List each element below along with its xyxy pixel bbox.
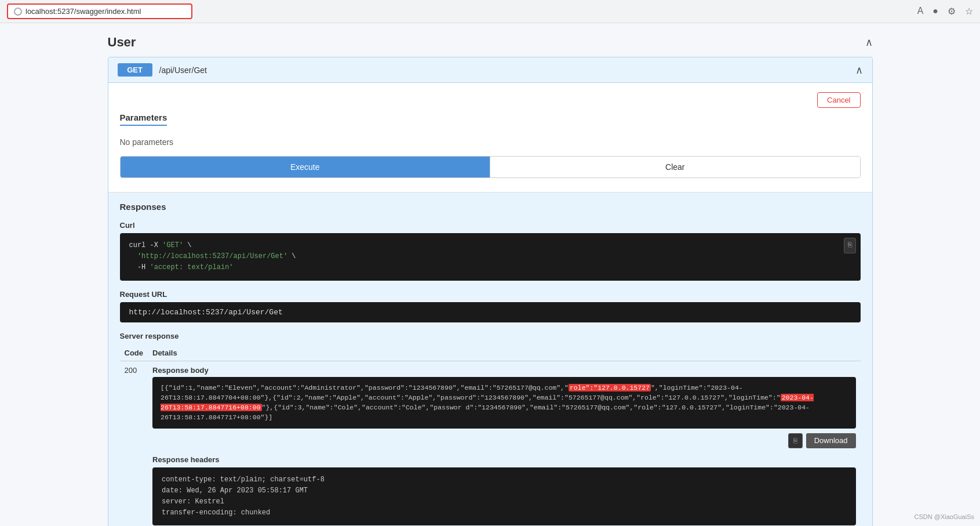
table-row: 200 Response body [{"id":1,"name":"Eleve… <box>120 361 861 526</box>
parameters-section: Cancel Parameters No parameters Execute … <box>108 83 872 193</box>
page-content: User ∧ GET /api/User/Get ∧ Cancel Parame… <box>85 23 896 526</box>
params-cancel-row: Cancel <box>120 92 861 108</box>
response-copy-button[interactable]: ⎘ <box>788 433 803 448</box>
response-body-pre: [{"id":1,"name":"Eleven","account":"Admi… <box>161 384 814 422</box>
browser-chrome: localhost:5237/swagger/index.html A ● ⚙ … <box>0 0 980 23</box>
response-body-label: Response body <box>152 366 856 375</box>
settings-icon[interactable]: ⚙ <box>948 6 956 17</box>
curl-copy-icon[interactable]: ⎘ <box>844 238 856 253</box>
endpoint-header[interactable]: GET /api/User/Get ∧ <box>108 57 872 83</box>
execute-button[interactable]: Execute <box>121 157 490 177</box>
response-headers-block: content-type: text/plain; charset=utf-8 … <box>152 467 856 526</box>
address-icon <box>14 8 22 16</box>
params-title: Parameters <box>120 113 167 126</box>
request-url-text: http://localhost:5237/api/User/Get <box>129 308 283 317</box>
request-url-label: Request URL <box>120 290 861 299</box>
address-text: localhost:5237/swagger/index.html <box>25 7 141 16</box>
collapse-icon[interactable]: ∧ <box>865 36 873 49</box>
browser-icons: A ● ⚙ ☆ <box>917 6 973 17</box>
details-cell: Response body [{"id":1,"name":"Eleven","… <box>148 361 861 526</box>
clear-button[interactable]: Clear <box>490 157 860 177</box>
response-body-actions: ⎘ Download <box>152 433 856 448</box>
server-response-label: Server response <box>120 332 861 340</box>
code-header: Code <box>120 345 148 361</box>
user-section-header: User ∧ <box>108 35 873 50</box>
details-header: Details <box>148 345 861 361</box>
curl-label: Curl <box>120 221 861 230</box>
download-button[interactable]: Download <box>806 433 856 448</box>
favorites-icon[interactable]: ☆ <box>965 6 973 17</box>
response-headers-label: Response headers <box>152 455 856 464</box>
translate-icon[interactable]: A <box>917 6 924 17</box>
endpoint-path: /api/User/Get <box>159 66 207 75</box>
response-table: Code Details 200 Response body [{"id":1,… <box>120 345 861 526</box>
curl-code: curl -X 'GET' \ 'http://localhost:5237/a… <box>129 241 296 271</box>
watermark: CSDN @XiaoGuaiSs <box>915 513 974 520</box>
response-code: 200 <box>120 361 148 526</box>
responses-title: Responses <box>120 202 861 212</box>
curl-block: curl -X 'GET' \ 'http://localhost:5237/a… <box>120 233 861 281</box>
address-bar[interactable]: localhost:5237/swagger/index.html <box>7 3 192 19</box>
method-badge: GET <box>118 63 152 77</box>
endpoint-header-left: GET /api/User/Get <box>118 63 207 77</box>
extensions-icon[interactable]: ● <box>932 6 938 17</box>
response-headers-text: content-type: text/plain; charset=utf-8 … <box>162 476 325 517</box>
responses-section: Responses Curl curl -X 'GET' \ 'http://l… <box>108 193 872 526</box>
cancel-button[interactable]: Cancel <box>817 92 860 108</box>
action-row: Execute Clear <box>120 156 861 178</box>
response-body-block: [{"id":1,"name":"Eleven","account":"Admi… <box>152 377 856 429</box>
request-url-block: http://localhost:5237/api/User/Get <box>120 302 861 322</box>
section-title: User <box>108 35 136 50</box>
no-params-text: No parameters <box>120 137 861 147</box>
endpoint-chevron-icon[interactable]: ∧ <box>855 64 863 77</box>
endpoint-block: GET /api/User/Get ∧ Cancel Parameters No… <box>108 57 873 526</box>
